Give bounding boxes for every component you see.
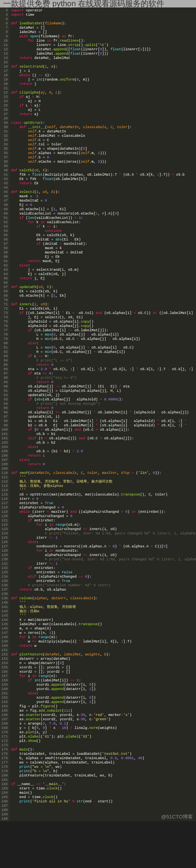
code-line[interactable]: fig = plt.figure() [11, 705, 196, 709]
code-line[interactable]: else: [11, 341, 196, 346]
code-line[interactable]: plt.show() [11, 739, 196, 743]
code-line[interactable]: for i in range(n): [11, 674, 196, 679]
code-line[interactable]: Ej = calcEk(oS, j) [11, 272, 196, 277]
code-line[interactable]: dataArr = array(dataMat) [11, 657, 196, 661]
code-line[interactable]: self.alphas = mat(zeros((self.m, 1))) [11, 151, 196, 156]
code-line[interactable] [11, 117, 196, 121]
code-line[interactable]: ax.scatter(xcord1, ycord1, s=30, c='red'… [11, 713, 196, 718]
code-line[interactable]: ''' [11, 488, 196, 493]
code-line[interactable]: for k in validEcacheList: [11, 220, 196, 225]
code-line[interactable]: ax = fig.add_subplot(111) [11, 709, 196, 713]
code-line[interactable]: if L > aj: [11, 104, 196, 108]
code-line[interactable]: maxK = k [11, 246, 196, 251]
code-line[interactable]: Ek = calcEk(oS, k) [11, 233, 196, 238]
code-line[interactable] [11, 648, 196, 653]
code-line[interactable]: # print("eta >= 0") [11, 376, 196, 380]
code-line[interactable]: if __name__ == '__main__': [11, 782, 196, 787]
code-line[interactable] [11, 467, 196, 471]
code-line[interactable]: else: [11, 540, 196, 545]
code-line[interactable]: if (deltaE > maxDeltaE): [11, 242, 196, 246]
code-line[interactable]: xcord1.append(dataArr[i, 0]) [11, 683, 196, 687]
code-line[interactable]: if (oS.labelMat[i] != oS.labelMat[j]): [11, 328, 196, 333]
code-line[interactable]: return j [11, 82, 196, 86]
code-line[interactable]: j = i [11, 69, 196, 73]
code-line[interactable]: X = mat(dataArr) [11, 618, 196, 622]
code-line[interactable]: labelMat = [] [11, 30, 196, 35]
code-line[interactable]: self.b = 0 [11, 156, 196, 160]
code-line[interactable]: for i in nonBoundIs: [11, 549, 196, 553]
code-line[interactable]: aj = L [11, 108, 196, 112]
code-line[interactable]: alphaPairsChanged = 0 [11, 514, 196, 519]
code-line[interactable]: def smoP(dataMatIn, classLabels, C, tole… [11, 471, 196, 475]
code-line[interactable]: def innerL(i, oS): [11, 303, 196, 307]
code-line[interactable]: x = arange(2, 7.0, 0.1) [11, 722, 196, 726]
code-line[interactable]: Ek = fXk - float(oS.labelMat[k]) [11, 177, 196, 182]
code-line[interactable]: class optStruct: [11, 121, 196, 125]
code-line[interactable]: maxDeltaE = 0 [11, 199, 196, 203]
code-line[interactable]: entireSet = True [11, 501, 196, 506]
code-line[interactable]: dataMat.append([float(lineArr[0]), float… [11, 48, 196, 52]
code-line[interactable]: maxDeltaE = deltaE [11, 251, 196, 255]
code-line[interactable]: self.m = shape(dataMatIn)[0] [11, 147, 196, 151]
code-line[interactable] [11, 281, 196, 285]
code-line[interactable]: fXk = float(multiply(oS.alphas, oS.label… [11, 173, 196, 177]
code-line[interactable]: def updataEk(oS, k): [11, 285, 196, 290]
code-line[interactable]: if eta >= 0: [11, 372, 196, 376]
code-line[interactable]: iterr += 1 [11, 562, 196, 566]
code-line[interactable]: oS.alphas[j] -= oS.labelMat[j] * (Ei - E… [11, 385, 196, 389]
code-line[interactable]: iterr += 1 [11, 536, 196, 540]
code-line[interactable]: return dataMat, labelMat [11, 56, 196, 61]
code-line[interactable]: aj = H [11, 99, 196, 104]
code-line[interactable]: labelMat = mat(classLabels).transpose() [11, 622, 196, 627]
code-line[interactable]: labelMat.append(float(lineArr[2])) [11, 52, 196, 56]
code-line[interactable] [11, 804, 196, 808]
code-line[interactable]: oS.b = b1 [11, 432, 196, 437]
code-line[interactable]: start = time.clock() [11, 787, 196, 791]
code-line[interactable]: if L == H: [11, 354, 196, 359]
code-line[interactable]: end = time.clock() [11, 795, 196, 800]
code-line[interactable]: print("ws = \n", ws) [11, 765, 196, 769]
code-line[interactable]: def calcWs(alphas, dataArr, classLabels)… [11, 596, 196, 601]
code-line[interactable]: for i in range(m): [11, 635, 196, 640]
code-line[interactable]: else: [11, 445, 196, 450]
code-line[interactable]: # print("L == H") [11, 359, 196, 363]
code-line[interactable] [11, 164, 196, 169]
code-line[interactable]: 输入：alphas, 数据集, 类别标签 [11, 605, 196, 609]
code-line[interactable]: lineArr = line.strip().split('\t') [11, 43, 196, 48]
code-line[interactable] [11, 86, 196, 91]
code-line[interactable]: plt.xlabel('X1'); plt.ylabel('X2') [11, 735, 196, 739]
code-line[interactable]: print('finish all in %s' % str(end - sta… [11, 800, 196, 804]
code-line[interactable]: alphaPairsChanged += innerL(i, oS) [11, 553, 196, 558]
code-line[interactable]: deltaE = abs(Ei - Ek) [11, 238, 196, 242]
code-line[interactable]: nonBoundIs = nonzero((oS.alphas.A > 0) *… [11, 545, 196, 549]
code-line[interactable]: with open(fileName) as fr: [11, 35, 196, 39]
code-line[interactable]: Ej = Ek [11, 255, 196, 259]
code-line[interactable]: return maxK, Ej [11, 259, 196, 264]
code-line[interactable]: if entireSet: [11, 566, 196, 571]
code-line[interactable]: xcord2 = []; ycord2 = [] [11, 670, 196, 674]
code-content[interactable]: from numpy import *import matplotlib.pyp… [9, 0, 196, 821]
code-line[interactable]: 输出：目标w [11, 609, 196, 614]
code-line[interactable]: alphaIold = oS.alphas[i].copy() [11, 320, 196, 324]
code-line[interactable]: self.tol = toler [11, 143, 196, 147]
code-line[interactable]: xcord2.append(dataArr[i, 0]) [11, 696, 196, 700]
code-line[interactable]: return 0 [11, 380, 196, 385]
code-line[interactable]: j = int(random.uniform(0, m)) [11, 78, 196, 82]
code-line[interactable]: ws = calcWs(alphas, trainDataSet, trainL… [11, 761, 196, 765]
code-line[interactable] [11, 186, 196, 190]
code-line[interactable]: plotFeature(trainDataSet, trainLabel, ws… [11, 774, 196, 778]
code-line[interactable]: b2 = oS.b - Ej - oS.labelMat[i] * (oS.al… [11, 424, 196, 428]
code-line[interactable] [11, 17, 196, 22]
code-line[interactable]: Ej = 0 [11, 203, 196, 207]
code-line[interactable]: def selectJrand(i, m): [11, 65, 196, 69]
code-line[interactable]: Ek = calcEk(oS, k) [11, 290, 196, 294]
code-line[interactable]: oS.alphas[j] = clipAlpha(oS.alphas[j], H… [11, 389, 196, 393]
code-line[interactable]: # print("fullSet, iter: %d i:%d, pairs c… [11, 532, 196, 536]
code-line[interactable] [11, 743, 196, 748]
code-line[interactable]: H = min(oS.C, oS.C + oS.alphas[j] - oS.a… [11, 337, 196, 341]
code-line[interactable]: self.labelMat = classLabels [11, 134, 196, 138]
code-line[interactable]: 输出：目标b, 参数alphas [11, 484, 196, 488]
code-editor[interactable]: 1234567891011121314151617181920212223242… [0, 0, 196, 821]
code-line[interactable]: return oS.b, oS.alphas [11, 588, 196, 592]
code-line[interactable]: y = (-b[0, 0] * x - 10) / linalg.norm(we… [11, 726, 196, 730]
